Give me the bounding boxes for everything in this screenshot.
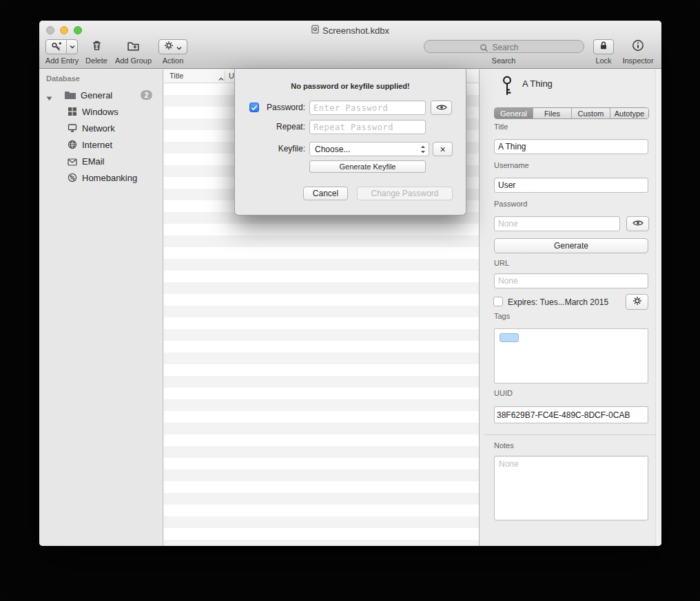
- tab-autotype[interactable]: Autotype: [610, 108, 648, 118]
- password-checkbox[interactable]: [249, 103, 259, 112]
- generate-password-button[interactable]: Generate: [494, 238, 648, 253]
- sidebar-item-label: General: [81, 90, 112, 101]
- sidebar-item-label: Network: [82, 123, 115, 134]
- reveal-password-button[interactable]: [626, 216, 649, 231]
- disclosure-triangle-icon[interactable]: [46, 93, 52, 103]
- info-icon: [632, 39, 644, 54]
- gear-icon: [632, 296, 642, 308]
- globe-icon: [68, 140, 77, 151]
- lock-label: Lock: [590, 56, 617, 65]
- password-field[interactable]: [494, 216, 620, 231]
- sort-ascending-icon: [218, 74, 224, 83]
- url-field[interactable]: [494, 273, 648, 288]
- sidebar-item-homebanking[interactable]: Homebanking: [39, 170, 163, 185]
- clear-keyfile-button[interactable]: ×: [433, 142, 453, 156]
- add-group-button[interactable]: [125, 39, 141, 54]
- search-field: [424, 40, 584, 53]
- generate-keyfile-button[interactable]: Generate Keyfile: [309, 160, 426, 173]
- notes-field[interactable]: [494, 456, 648, 520]
- delete-button[interactable]: [90, 39, 103, 54]
- url-field-label: URL: [494, 259, 509, 267]
- group-sidebar: Database General 2 Windows: [39, 70, 163, 546]
- window-title: Screenshot.kdbx: [322, 25, 389, 36]
- username-field[interactable]: [494, 178, 648, 193]
- cancel-button[interactable]: Cancel: [303, 187, 348, 200]
- password-input[interactable]: [309, 101, 426, 115]
- reveal-password-button[interactable]: [431, 101, 452, 115]
- sidebar-item-general[interactable]: General 2: [39, 87, 163, 103]
- windows-icon: [68, 107, 77, 118]
- tags-box[interactable]: [494, 328, 648, 383]
- chevron-down-icon: [176, 41, 182, 53]
- uuid-label: UUID: [494, 389, 513, 397]
- key-plus-icon: [46, 40, 66, 54]
- entry-title-heading: A Thing: [522, 78, 553, 89]
- sidebar-section-header: Database: [46, 74, 80, 83]
- inspector-scrollbar[interactable]: [655, 70, 661, 546]
- tab-custom[interactable]: Custom: [572, 108, 610, 118]
- action-label: Action: [152, 56, 194, 65]
- repeat-password-input[interactable]: [309, 120, 426, 134]
- folder-plus-icon: [127, 40, 140, 54]
- expires-label: Expires: Tues...March 2015: [508, 297, 608, 307]
- section-divider: [484, 434, 657, 435]
- change-password-dialog: No password or keyfile supplied! Passwor…: [234, 69, 466, 215]
- expires-settings-button[interactable]: [626, 294, 648, 310]
- username-field-label: Username: [494, 161, 529, 169]
- tab-files[interactable]: Files: [533, 108, 572, 118]
- change-password-button[interactable]: Change Password: [357, 187, 453, 200]
- eye-icon: [632, 219, 644, 229]
- dialog-message: No password or keyfile supplied!: [235, 82, 466, 90]
- lock-icon: [599, 41, 608, 53]
- display-icon: [68, 123, 77, 135]
- sidebar-item-label: EMail: [82, 156, 105, 167]
- title-field[interactable]: [494, 139, 648, 154]
- uuid-field[interactable]: [494, 406, 648, 423]
- delete-label: Delete: [83, 56, 110, 65]
- stepper-arrows-icon: [420, 145, 426, 156]
- eye-icon: [436, 103, 447, 113]
- entry-count-badge: 2: [141, 90, 152, 100]
- add-entry-button[interactable]: [45, 39, 78, 54]
- sidebar-item-email[interactable]: EMail: [39, 154, 163, 169]
- search-input[interactable]: [424, 41, 586, 54]
- title-field-label: Title: [494, 123, 508, 131]
- sidebar-item-label: Windows: [82, 107, 119, 117]
- sidebar-item-internet[interactable]: Internet: [39, 137, 163, 152]
- lock-button[interactable]: [593, 39, 614, 54]
- password-field-label: Password: [494, 200, 527, 208]
- inspector-tabbar: General Files Custom Autotype: [494, 107, 649, 119]
- repeat-label: Repeat:: [260, 120, 305, 134]
- coin-percent-icon: [68, 173, 77, 184]
- action-button[interactable]: [158, 39, 187, 54]
- window-header: Screenshot.kdbx Add Entry: [39, 21, 661, 69]
- add-entry-dropdown[interactable]: [66, 40, 77, 54]
- search-label: Search: [483, 56, 524, 65]
- tab-general[interactable]: General: [495, 108, 533, 118]
- window-title-row: Screenshot.kdbx: [39, 25, 661, 36]
- password-label: Password:: [260, 101, 305, 115]
- trash-icon: [91, 39, 103, 54]
- inspector-label: Inspector: [617, 56, 659, 65]
- keyfile-popup[interactable]: Choose...: [309, 142, 429, 156]
- column-header-title[interactable]: Title: [169, 70, 183, 83]
- sidebar-item-network[interactable]: Network: [39, 120, 163, 136]
- document-icon: [311, 25, 319, 36]
- sidebar-item-label: Internet: [82, 140, 112, 150]
- desktop-background: Screenshot.kdbx Add Entry: [0, 0, 700, 601]
- keyfile-popup-value: Choose...: [315, 145, 350, 154]
- sidebar-item-windows[interactable]: Windows: [39, 104, 163, 119]
- expires-checkbox[interactable]: [493, 297, 503, 306]
- add-group-label: Add Group: [109, 56, 158, 65]
- column-divider[interactable]: [225, 71, 225, 81]
- sidebar-item-label: Homebanking: [82, 173, 137, 183]
- inspector-toggle-button[interactable]: [628, 39, 648, 54]
- column-header-username[interactable]: U: [229, 70, 234, 83]
- gear-icon: [164, 41, 174, 53]
- folder-icon: [64, 90, 76, 102]
- tag-pill[interactable]: [500, 333, 519, 342]
- close-x-icon: ×: [440, 145, 445, 154]
- notes-label: Notes: [494, 441, 514, 450]
- envelope-icon: [68, 158, 77, 168]
- inspector-panel: A Thing General Files Custom Autotype Ti…: [479, 70, 661, 546]
